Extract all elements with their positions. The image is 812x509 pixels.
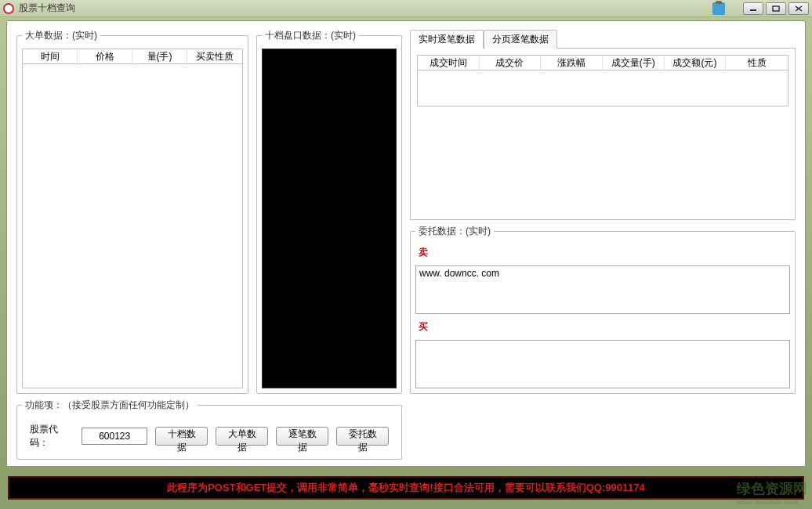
- tab-paged-tick[interactable]: 分页逐笔数据: [484, 30, 557, 49]
- col-trade-price[interactable]: 成交价: [480, 56, 542, 70]
- stock-code-input[interactable]: [82, 428, 147, 445]
- ten-level-legend: 十档盘口数据：(实时): [262, 29, 359, 42]
- big-order-body[interactable]: [22, 64, 243, 388]
- entrust-group: 委托数据：(实时) 卖 买: [410, 225, 796, 394]
- svg-rect-1: [773, 6, 779, 11]
- tick-tab-content: 成交时间 成交价 涨跌幅 成交量(手) 成交额(元) 性质: [410, 48, 796, 220]
- tick-button[interactable]: 逐笔数据: [276, 427, 328, 446]
- col-change[interactable]: 涨跌幅: [541, 56, 603, 70]
- big-order-group: 大单数据：(实时) 时间 价格 量(手) 买卖性质: [16, 29, 248, 394]
- ten-level-group: 十档盘口数据：(实时): [256, 29, 402, 394]
- app-icon: [3, 3, 14, 14]
- col-trade-vol[interactable]: 成交量(手): [603, 56, 665, 70]
- right-column: 实时逐笔数据 分页逐笔数据 成交时间 成交价 涨跌幅 成交量(手) 成交额(元)…: [410, 29, 796, 394]
- big-order-button[interactable]: 大单数据: [216, 427, 268, 446]
- main-panel: 大单数据：(实时) 时间 价格 量(手) 买卖性质 十档盘口数据：(实时) 实时…: [6, 20, 806, 467]
- spacer: [410, 399, 796, 460]
- tabs-strip: 实时逐笔数据 分页逐笔数据: [410, 30, 796, 49]
- tick-tabs-group: 实时逐笔数据 分页逐笔数据 成交时间 成交价 涨跌幅 成交量(手) 成交额(元)…: [410, 29, 796, 220]
- close-button[interactable]: [788, 2, 809, 15]
- tick-header-row: 成交时间 成交价 涨跌幅 成交量(手) 成交额(元) 性质: [417, 55, 788, 70]
- sell-label: 卖: [415, 244, 790, 261]
- window-title: 股票十档查询: [19, 2, 712, 15]
- col-trade-time[interactable]: 成交时间: [418, 56, 480, 70]
- col-volume[interactable]: 量(手): [132, 50, 187, 63]
- maximize-button[interactable]: [766, 2, 786, 15]
- sell-textarea[interactable]: [415, 265, 790, 314]
- big-order-legend: 大单数据：(实时): [22, 29, 100, 42]
- tick-body[interactable]: [417, 70, 788, 106]
- functions-legend: 功能项：（接受股票方面任何功能定制）: [22, 399, 198, 412]
- buy-label: 买: [415, 319, 790, 335]
- ten-level-display[interactable]: [262, 49, 397, 388]
- window-controls: [712, 2, 809, 15]
- stock-code-label: 股票代码：: [30, 423, 74, 449]
- ten-level-button[interactable]: 十档数据: [155, 427, 208, 446]
- col-time[interactable]: 时间: [23, 50, 78, 63]
- footer-banner: 此程序为POST和GET提交，调用非常简单，毫秒实时查询!接口合法可用，需要可以…: [8, 476, 804, 500]
- col-price[interactable]: 价格: [78, 50, 132, 63]
- clipboard-icon[interactable]: [712, 2, 725, 15]
- col-side[interactable]: 买卖性质: [187, 50, 242, 63]
- entrust-button[interactable]: 委托数据: [336, 427, 389, 446]
- big-order-header-row: 时间 价格 量(手) 买卖性质: [22, 49, 243, 64]
- col-nature[interactable]: 性质: [726, 56, 788, 70]
- tab-realtime-tick[interactable]: 实时逐笔数据: [410, 30, 484, 49]
- col-trade-amt[interactable]: 成交额(元): [665, 56, 727, 70]
- buy-textarea[interactable]: [415, 340, 790, 388]
- minimize-button[interactable]: [743, 2, 763, 15]
- titlebar: 股票十档查询: [0, 0, 812, 17]
- entrust-legend: 委托数据：(实时): [415, 225, 494, 238]
- functions-group: 功能项：（接受股票方面任何功能定制） 股票代码： 十档数据 大单数据 逐笔数据 …: [16, 399, 402, 460]
